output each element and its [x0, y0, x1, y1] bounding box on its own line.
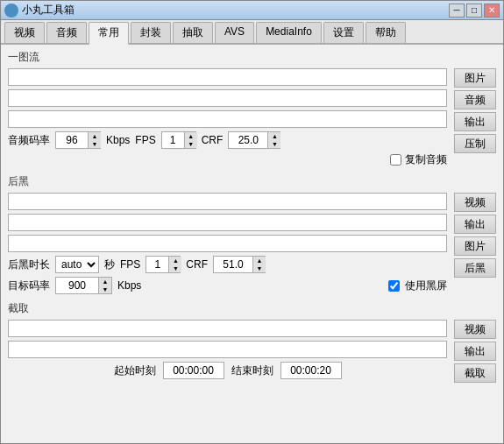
target-rate-down[interactable]: ▼	[99, 285, 111, 293]
houhei-crf-down[interactable]: ▼	[253, 264, 266, 272]
crf-up[interactable]: ▲	[268, 132, 280, 140]
target-rate-unit: Kbps	[117, 279, 141, 292]
audio-rate-down[interactable]: ▼	[89, 140, 101, 148]
yituliu-pic-button[interactable]: 图片	[454, 68, 496, 88]
yituliu-title: 一图流	[8, 50, 496, 65]
minimize-button[interactable]: ─	[449, 4, 465, 18]
end-label: 结束时刻	[231, 363, 273, 378]
fps-down[interactable]: ▼	[185, 140, 197, 148]
start-time-input[interactable]	[163, 362, 224, 379]
houhei-fps-up[interactable]: ▲	[169, 257, 181, 264]
jiequan-time-row: 起始时刻 结束时刻	[8, 362, 447, 379]
yituliu-output-input[interactable]	[8, 110, 447, 128]
crf-label: CRF	[202, 134, 224, 146]
title-bar: 小丸工具箱 ─ □ ✕	[1, 1, 503, 20]
houhei-fps-input[interactable]	[146, 257, 168, 272]
target-rate-arrows: ▲ ▼	[98, 278, 111, 293]
main-content: 一图流 音频码率	[1, 45, 503, 443]
target-rate-up[interactable]: ▲	[99, 278, 111, 285]
app-icon	[4, 4, 18, 18]
yituliu-right-btns: 图片 音频 输出 压制	[454, 68, 496, 167]
yituliu-output-row	[8, 110, 447, 128]
houhei-right-btns: 视频 输出 图片 后黑	[454, 193, 496, 294]
jiequan-title: 截取	[8, 301, 496, 316]
crf-input[interactable]	[229, 132, 267, 148]
crf-down[interactable]: ▼	[268, 140, 280, 148]
houhei-body: 后黑时长 auto 秒 FPS ▲ ▼ C	[8, 193, 496, 294]
yituliu-output-button[interactable]: 输出	[454, 112, 496, 131]
jiequan-inputs: 起始时刻 结束时刻	[8, 320, 447, 383]
houhei-output-button[interactable]: 输出	[454, 215, 496, 234]
houhei-video-input[interactable]	[8, 193, 447, 210]
fps-spinbox: ▲ ▼	[161, 131, 196, 149]
window-title: 小丸工具箱	[22, 3, 449, 18]
use-black-checkbox[interactable]	[388, 280, 400, 292]
houhei-crf-up[interactable]: ▲	[253, 257, 266, 264]
houhei-output-row	[8, 214, 447, 231]
close-button[interactable]: ✕	[484, 4, 500, 18]
fps-up[interactable]: ▲	[185, 132, 197, 140]
audio-rate-arrows: ▲ ▼	[88, 132, 101, 148]
jiequan-video-button[interactable]: 视频	[454, 320, 496, 339]
houhei-title: 后黑	[8, 174, 496, 189]
fps-input[interactable]	[162, 132, 184, 148]
copy-audio-checkbox[interactable]	[390, 154, 401, 166]
target-rate-spinbox: ▲ ▼	[55, 277, 112, 294]
crf-spinbox: ▲ ▼	[228, 131, 280, 149]
tab-help[interactable]: 帮助	[366, 22, 406, 43]
jiequan-video-row	[8, 320, 447, 337]
main-window: 小丸工具箱 ─ □ ✕ 视频 音频 常用 封装 抽取 AVS MediaInfo…	[0, 0, 504, 444]
jiequan-output-row	[8, 341, 447, 358]
houhei-video-row	[8, 193, 447, 210]
houhei-crf-input[interactable]	[214, 257, 252, 272]
yituliu-audio-input[interactable]	[8, 89, 447, 107]
tab-package[interactable]: 封装	[131, 22, 171, 43]
yituliu-compress-button[interactable]: 压制	[454, 134, 496, 153]
jiequan-output-input[interactable]	[8, 341, 447, 358]
houhei-output-input[interactable]	[8, 214, 447, 231]
houhei-fps-spinbox: ▲ ▼	[146, 256, 181, 273]
tab-common[interactable]: 常用	[89, 22, 129, 45]
tab-avs[interactable]: AVS	[215, 22, 254, 43]
tab-audio[interactable]: 音频	[46, 22, 87, 43]
tab-extract[interactable]: 抽取	[173, 22, 213, 43]
jiequan-section: 截取 起始时刻 结束时刻 视	[8, 301, 496, 383]
houhei-pic-button[interactable]: 图片	[454, 236, 496, 256]
jiequan-right-btns: 视频 输出 截取	[454, 320, 496, 383]
jiequan-body: 起始时刻 结束时刻 视频 输出 截取	[8, 320, 496, 383]
jiequan-video-input[interactable]	[8, 320, 447, 337]
houhei-pic-input[interactable]	[8, 235, 447, 252]
window-controls: ─ □ ✕	[449, 4, 500, 18]
copy-audio-row: 复制音频	[8, 152, 447, 167]
houhei-pic-row	[8, 235, 447, 252]
tab-video[interactable]: 视频	[4, 22, 45, 43]
houhei-duration-select[interactable]: auto	[55, 256, 99, 273]
audio-rate-up[interactable]: ▲	[89, 132, 101, 140]
maximize-button[interactable]: □	[466, 4, 482, 18]
houhei-video-button[interactable]: 视频	[454, 193, 496, 212]
houhei-section: 后黑 后黑时长 auto	[8, 174, 496, 294]
houhei-button[interactable]: 后黑	[454, 258, 496, 278]
audio-rate-spinbox: ▲ ▼	[55, 131, 101, 149]
tab-bar: 视频 音频 常用 封装 抽取 AVS MediaInfo 设置 帮助	[1, 20, 503, 45]
audio-rate-input[interactable]	[56, 132, 88, 148]
jiequan-clip-button[interactable]: 截取	[454, 363, 496, 383]
houhei-fps-label: FPS	[120, 258, 140, 271]
target-rate-input[interactable]	[56, 278, 98, 293]
houhei-fps-down[interactable]: ▼	[169, 264, 181, 272]
yituliu-body: 音频码率 ▲ ▼ Kbps FPS	[8, 68, 496, 167]
end-time-input[interactable]	[280, 362, 342, 379]
use-black-label: 使用黑屏	[405, 278, 447, 293]
copy-audio-label: 复制音频	[405, 152, 447, 167]
yituliu-pic-input[interactable]	[8, 68, 447, 86]
yituliu-audio-button[interactable]: 音频	[454, 90, 496, 109]
fps-arrows: ▲ ▼	[184, 132, 197, 148]
tab-settings[interactable]: 设置	[323, 22, 364, 43]
crf-arrows: ▲ ▼	[267, 132, 280, 148]
tab-mediainfo[interactable]: MediaInfo	[256, 22, 322, 43]
jiequan-output-button[interactable]: 输出	[454, 342, 496, 361]
yituliu-audio-row	[8, 89, 447, 107]
houhei-inputs: 后黑时长 auto 秒 FPS ▲ ▼ C	[8, 193, 447, 294]
houhei-duration-label: 后黑时长	[8, 257, 50, 272]
fps-label: FPS	[135, 134, 155, 146]
